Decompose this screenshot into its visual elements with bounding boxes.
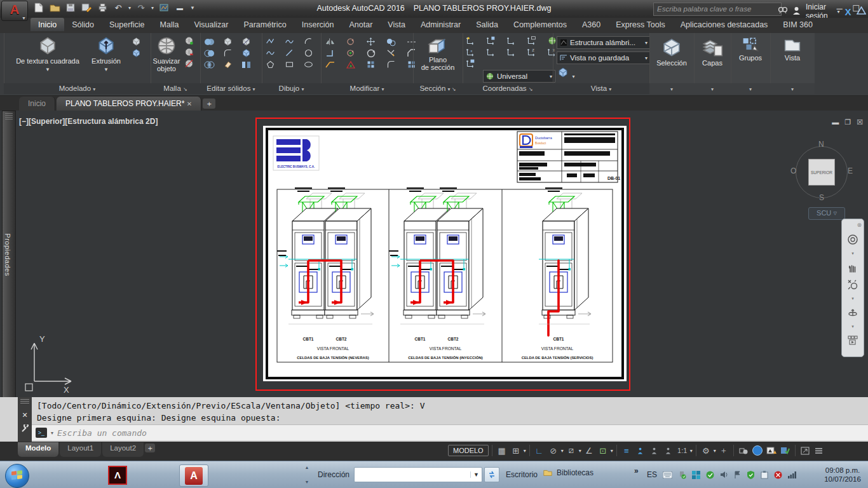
polar-tracking-icon[interactable]: ⊘ bbox=[547, 444, 560, 458]
panel-label-vista-flat[interactable]: ▾ bbox=[770, 83, 815, 94]
tab-visualizar[interactable]: Visualizar bbox=[186, 18, 236, 31]
tab-bim360[interactable]: BIM 360 bbox=[775, 18, 820, 31]
viewport-controls-label[interactable]: [−][Superior][Estructura alámbrica 2D] bbox=[19, 117, 158, 126]
desktop-toolbar[interactable]: Escritorio bbox=[506, 470, 538, 479]
clock[interactable]: 09:08 p.m. 10/07/2016 bbox=[821, 466, 864, 484]
scu-menu[interactable]: SCU ▿ bbox=[808, 207, 845, 220]
command-recent-dropdown-icon[interactable]: ▾ bbox=[51, 430, 53, 436]
circle-icon[interactable] bbox=[303, 48, 314, 58]
ucs-named-icon[interactable] bbox=[485, 36, 496, 45]
viewcube-east[interactable]: E bbox=[848, 166, 853, 175]
viewcube-north[interactable]: N bbox=[818, 140, 824, 149]
vp-minimize-icon[interactable]: ▬ bbox=[832, 118, 839, 126]
usb-device-icon[interactable] bbox=[678, 471, 686, 479]
model-space-button[interactable]: MODELO bbox=[448, 445, 489, 456]
annotation-scale-icon[interactable] bbox=[662, 444, 675, 458]
iso-dropdown-icon[interactable]: ▾ bbox=[579, 448, 581, 454]
ucs-z-icon[interactable]: Z bbox=[526, 47, 537, 57]
panel-label-dibujo[interactable]: Dibujo ▾ bbox=[262, 83, 321, 94]
annotation-visibility-icon[interactable] bbox=[634, 444, 647, 458]
qat-customize-icon[interactable]: ▬ bbox=[174, 2, 186, 13]
new-layout-button[interactable]: ＋ bbox=[145, 444, 155, 452]
command-tools-icon[interactable] bbox=[20, 424, 29, 433]
workspace-icon[interactable] bbox=[158, 2, 170, 13]
qat-dropdown-icon[interactable]: ▼ bbox=[190, 5, 195, 11]
drawing-sheet[interactable]: ELECTRIC BUSWAYS, C.A. Ductobarra Busduc… bbox=[263, 126, 627, 381]
clean-screen-icon[interactable] bbox=[799, 444, 811, 458]
command-input-row[interactable]: >_ ▾ Escriba un comando bbox=[32, 424, 868, 440]
ucs-previous-icon[interactable] bbox=[506, 36, 517, 45]
ucs-object-icon[interactable] bbox=[526, 36, 537, 45]
ellipse-icon[interactable] bbox=[303, 60, 314, 69]
scale-value[interactable]: 1:1 bbox=[676, 444, 689, 458]
vp-close-icon[interactable]: ☒ bbox=[857, 118, 863, 126]
update-icon[interactable] bbox=[706, 471, 714, 479]
tab-inicio[interactable]: Inicio bbox=[31, 18, 64, 31]
polygon-icon[interactable] bbox=[265, 60, 276, 69]
lineweight-icon[interactable]: ≡ bbox=[620, 444, 633, 458]
tab-administrar[interactable]: Administrar bbox=[413, 18, 468, 31]
3d-rotate-icon[interactable] bbox=[345, 37, 356, 46]
mesh-reduce-icon[interactable] bbox=[184, 47, 194, 57]
tab-insercion[interactable]: Inserción bbox=[294, 18, 342, 31]
panel-label-capas[interactable]: ▾ bbox=[694, 83, 731, 94]
properties-palette-bar[interactable]: Propiedades bbox=[2, 111, 16, 397]
polar-dropdown-icon[interactable]: ▾ bbox=[561, 448, 564, 454]
save-as-icon[interactable] bbox=[81, 2, 92, 13]
command-input[interactable]: Escriba un comando bbox=[57, 428, 147, 438]
extrude-button[interactable]: Extrusión▼ bbox=[86, 36, 126, 74]
performance-warning-icon[interactable] bbox=[765, 444, 778, 458]
taskbar-adobe-reader-icon[interactable]: Λ bbox=[107, 464, 128, 485]
line-icon[interactable] bbox=[284, 48, 295, 58]
command-window-grip[interactable]: ✕ bbox=[18, 397, 32, 442]
action-center-flag-icon[interactable] bbox=[734, 471, 741, 479]
search-icon[interactable] bbox=[778, 6, 787, 17]
palette-grip[interactable] bbox=[5, 113, 13, 119]
undo-dropdown-icon[interactable]: ▾ bbox=[128, 5, 131, 11]
autoscale-icon[interactable] bbox=[648, 444, 661, 458]
navbar-wheel-dropdown-icon[interactable]: ▾ bbox=[851, 251, 854, 256]
network-signal-icon[interactable] bbox=[788, 471, 797, 478]
new-file-icon[interactable] bbox=[33, 2, 44, 13]
save-icon[interactable] bbox=[65, 2, 76, 13]
panel-label-modificar[interactable]: Modificar ▾ bbox=[321, 83, 413, 94]
panel-label-grupos[interactable]: ▾ bbox=[731, 83, 770, 94]
annotation-monitor-icon[interactable]: ＋ bbox=[717, 444, 730, 458]
navigation-wheel-icon[interactable] bbox=[847, 234, 858, 245]
named-view-combo[interactable]: Vista no guardada▾ bbox=[557, 51, 651, 64]
overflow-chevron-icon[interactable]: » bbox=[634, 466, 639, 475]
keyboard-icon[interactable] bbox=[663, 471, 672, 478]
minimize-button[interactable]: ─ bbox=[831, 4, 848, 13]
hardware-acceleration-icon[interactable] bbox=[751, 444, 764, 458]
navbar-zoom-dropdown-icon[interactable]: ▾ bbox=[851, 296, 854, 301]
spline-icon[interactable] bbox=[265, 48, 276, 58]
tab-aplicaciones-destacadas[interactable]: Aplicaciones destacadas bbox=[673, 18, 776, 31]
3d-align-icon[interactable] bbox=[345, 48, 356, 58]
clipboard-icon[interactable] bbox=[761, 471, 768, 479]
viewcube[interactable]: N O E S SUPERIOR bbox=[792, 142, 850, 201]
mirror3d-icon[interactable] bbox=[325, 37, 336, 46]
snap-dropdown-icon[interactable]: ▾ bbox=[524, 448, 526, 454]
separate-icon[interactable] bbox=[241, 60, 252, 69]
search-input[interactable]: Escriba palabra clave o frase bbox=[653, 3, 782, 16]
tab-layout2[interactable]: Layout2 bbox=[102, 442, 144, 457]
panel-label-modelado[interactable]: Modelado ▾ bbox=[4, 83, 151, 94]
filetab-close-icon[interactable]: ✕ bbox=[187, 100, 192, 107]
tab-vista[interactable]: Vista bbox=[380, 18, 413, 31]
revision-cloud-icon[interactable] bbox=[284, 37, 295, 46]
viewcube-south[interactable]: S bbox=[819, 193, 824, 202]
tab-salida[interactable]: Salida bbox=[468, 18, 506, 31]
undo-icon[interactable]: ↶ bbox=[112, 2, 124, 13]
ucs-icon[interactable] bbox=[465, 36, 476, 45]
polysolid-icon[interactable] bbox=[131, 37, 142, 46]
tab-layout1[interactable]: Layout1 bbox=[60, 442, 101, 457]
volume-icon[interactable] bbox=[720, 471, 728, 478]
ucs-face-icon[interactable] bbox=[506, 47, 517, 57]
panel-label-seccion[interactable]: Sección ▾ ↘ bbox=[413, 83, 463, 94]
taper-face-icon[interactable] bbox=[241, 48, 252, 58]
tab-parametrico[interactable]: Paramétrico bbox=[236, 18, 294, 31]
smooth-object-button[interactable]: Suavizar objeto bbox=[152, 36, 181, 72]
object-snap-tracking-icon[interactable]: ∠ bbox=[583, 444, 595, 458]
object-snap-icon[interactable]: ⊡ bbox=[597, 444, 609, 458]
isolate-objects-icon[interactable] bbox=[737, 444, 750, 458]
